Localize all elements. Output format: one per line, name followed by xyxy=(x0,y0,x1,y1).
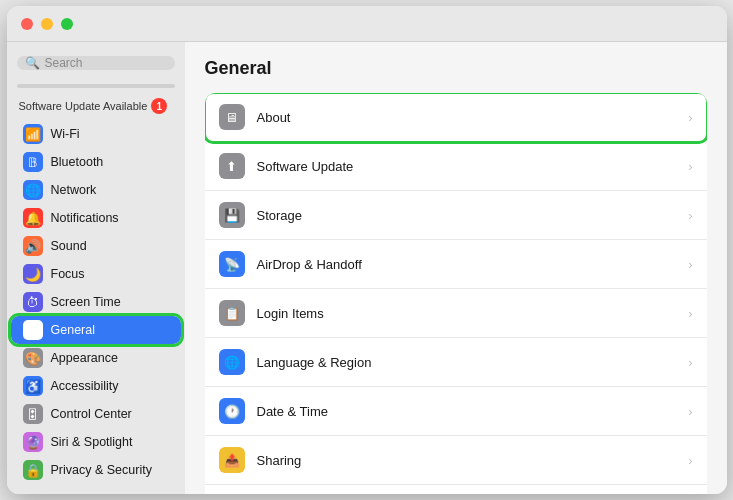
airdrop-chevron: › xyxy=(688,257,692,272)
software-update-row-icon: ⬆ xyxy=(219,153,245,179)
sidebar-item-label: General xyxy=(51,323,95,337)
sidebar-item-label: Accessibility xyxy=(51,379,119,393)
sidebar-item-sound[interactable]: 🔊 Sound xyxy=(11,232,181,260)
sidebar-item-accessibility[interactable]: ♿ Accessibility xyxy=(11,372,181,400)
software-update-row-label: Software Update xyxy=(257,159,677,174)
sidebar: 🔍 Search Software Update Available 1 📶 W… xyxy=(7,42,185,494)
network-icon: 🌐 xyxy=(23,180,43,200)
minimize-button[interactable] xyxy=(41,18,53,30)
settings-list: 🖥 About › ⬆ Software Update › 💾 Storage … xyxy=(205,93,707,494)
sidebar-item-label: Wi-Fi xyxy=(51,127,80,141)
sidebar-item-label: Siri & Spotlight xyxy=(51,435,133,449)
settings-row-storage[interactable]: 💾 Storage › xyxy=(205,191,707,240)
login-items-row-label: Login Items xyxy=(257,306,677,321)
sidebar-item-label: Focus xyxy=(51,267,85,281)
main-content: General 🖥 About › ⬆ Software Update › 💾 … xyxy=(185,42,727,494)
sidebar-item-label: Sound xyxy=(51,239,87,253)
sidebar-item-notifications[interactable]: 🔔 Notifications xyxy=(11,204,181,232)
software-update-chevron: › xyxy=(688,159,692,174)
language-chevron: › xyxy=(688,355,692,370)
sidebar-item-label: Network xyxy=(51,183,97,197)
maximize-button[interactable] xyxy=(61,18,73,30)
sharing-row-label: Sharing xyxy=(257,453,677,468)
airdrop-row-icon: 📡 xyxy=(219,251,245,277)
sidebar-item-general[interactable]: ⚙ General xyxy=(11,316,181,344)
date-time-row-icon: 🕐 xyxy=(219,398,245,424)
about-chevron: › xyxy=(688,110,692,125)
settings-row-about[interactable]: 🖥 About › xyxy=(205,93,707,142)
login-items-chevron: › xyxy=(688,306,692,321)
settings-row-airdrop[interactable]: 📡 AirDrop & Handoff › xyxy=(205,240,707,289)
sidebar-item-label: Notifications xyxy=(51,211,119,225)
sidebar-item-label: Bluetooth xyxy=(51,155,104,169)
general-icon: ⚙ xyxy=(23,320,43,340)
control-center-icon: 🎛 xyxy=(23,404,43,424)
notifications-icon: 🔔 xyxy=(23,208,43,228)
accessibility-icon: ♿ xyxy=(23,376,43,396)
sidebar-item-control-center[interactable]: 🎛 Control Center xyxy=(11,400,181,428)
search-placeholder: Search xyxy=(45,56,83,70)
user-avatar[interactable] xyxy=(17,84,175,88)
update-label: Software Update Available xyxy=(19,100,148,112)
close-button[interactable] xyxy=(21,18,33,30)
wifi-icon: 📶 xyxy=(23,124,43,144)
update-badge: Software Update Available 1 xyxy=(7,96,185,116)
sidebar-item-label: Appearance xyxy=(51,351,118,365)
storage-chevron: › xyxy=(688,208,692,223)
section-title: General xyxy=(205,58,707,79)
settings-row-language[interactable]: 🌐 Language & Region › xyxy=(205,338,707,387)
sidebar-item-focus[interactable]: 🌙 Focus xyxy=(11,260,181,288)
settings-row-date-time[interactable]: 🕐 Date & Time › xyxy=(205,387,707,436)
sidebar-item-bluetooth[interactable]: 𝔹 Bluetooth xyxy=(11,148,181,176)
titlebar xyxy=(7,6,727,42)
sidebar-item-screen-time[interactable]: ⏱ Screen Time xyxy=(11,288,181,316)
sidebar-item-network[interactable]: 🌐 Network xyxy=(11,176,181,204)
appearance-icon: 🎨 xyxy=(23,348,43,368)
language-row-icon: 🌐 xyxy=(219,349,245,375)
settings-row-login-items[interactable]: 📋 Login Items › xyxy=(205,289,707,338)
sidebar-item-privacy[interactable]: 🔒 Privacy & Security xyxy=(11,456,181,484)
storage-row-icon: 💾 xyxy=(219,202,245,228)
sidebar-item-label: Privacy & Security xyxy=(51,463,152,477)
settings-row-time-machine[interactable]: ⏰ Time Machine › xyxy=(205,485,707,494)
update-count: 1 xyxy=(151,98,167,114)
settings-row-sharing[interactable]: 📤 Sharing › xyxy=(205,436,707,485)
date-time-chevron: › xyxy=(688,404,692,419)
about-row-label: About xyxy=(257,110,677,125)
sharing-chevron: › xyxy=(688,453,692,468)
airdrop-row-label: AirDrop & Handoff xyxy=(257,257,677,272)
storage-row-label: Storage xyxy=(257,208,677,223)
login-items-row-icon: 📋 xyxy=(219,300,245,326)
search-icon: 🔍 xyxy=(25,56,40,70)
screen-time-icon: ⏱ xyxy=(23,292,43,312)
bluetooth-icon: 𝔹 xyxy=(23,152,43,172)
siri-icon: 🔮 xyxy=(23,432,43,452)
privacy-icon: 🔒 xyxy=(23,460,43,480)
window-content: 🔍 Search Software Update Available 1 📶 W… xyxy=(7,42,727,494)
search-box[interactable]: 🔍 Search xyxy=(17,56,175,70)
sidebar-item-label: Control Center xyxy=(51,407,132,421)
sidebar-item-label: Screen Time xyxy=(51,295,121,309)
focus-icon: 🌙 xyxy=(23,264,43,284)
sidebar-item-siri[interactable]: 🔮 Siri & Spotlight xyxy=(11,428,181,456)
language-row-label: Language & Region xyxy=(257,355,677,370)
settings-row-software-update[interactable]: ⬆ Software Update › xyxy=(205,142,707,191)
sidebar-item-wifi[interactable]: 📶 Wi-Fi xyxy=(11,120,181,148)
date-time-row-label: Date & Time xyxy=(257,404,677,419)
system-preferences-window: 🔍 Search Software Update Available 1 📶 W… xyxy=(7,6,727,494)
sharing-row-icon: 📤 xyxy=(219,447,245,473)
about-row-icon: 🖥 xyxy=(219,104,245,130)
sidebar-item-appearance[interactable]: 🎨 Appearance xyxy=(11,344,181,372)
sound-icon: 🔊 xyxy=(23,236,43,256)
